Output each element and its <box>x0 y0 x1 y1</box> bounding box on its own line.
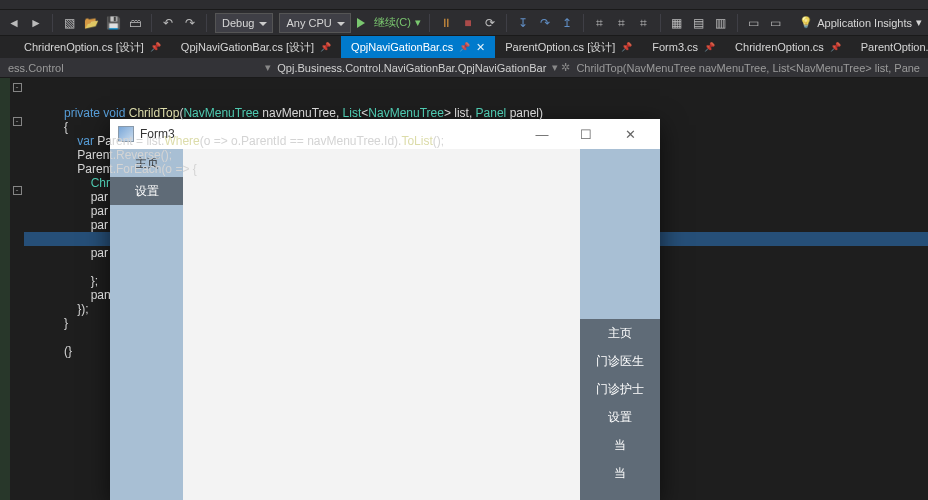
separator <box>660 14 661 32</box>
document-tab[interactable]: QpjNaviGationBar.cs [设计]📌 <box>171 36 341 58</box>
toolbar: ◄ ► ▧ 📂 💾 🗃 ↶ ↷ Debug Any CPU 继续(C) ▾ ⏸ … <box>0 10 928 36</box>
document-tabs: ChridrenOption.cs [设计]📌QpjNaviGationBar.… <box>0 36 928 58</box>
fold-gutter[interactable]: - - - <box>10 78 24 500</box>
close-icon[interactable]: ✕ <box>476 41 485 54</box>
step-out-icon[interactable]: ↥ <box>559 15 575 31</box>
misc-icon[interactable]: ▭ <box>768 15 784 31</box>
menu-bar[interactable] <box>0 0 928 10</box>
pin-icon[interactable]: 📌 <box>704 42 715 52</box>
document-tab[interactable]: QpjNaviGationBar.cs📌✕ <box>341 36 495 58</box>
save-icon[interactable]: 💾 <box>105 15 121 31</box>
separator <box>737 14 738 32</box>
pin-icon[interactable]: 📌 <box>150 42 161 52</box>
layout-icon[interactable]: ▦ <box>669 15 685 31</box>
step-over-icon[interactable]: ↷ <box>537 15 553 31</box>
tool-icon[interactable]: ⌗ <box>614 15 630 31</box>
stop-icon[interactable]: ■ <box>460 15 476 31</box>
continue-button[interactable]: 继续(C) ▾ <box>357 15 421 30</box>
pin-icon[interactable]: 📌 <box>621 42 632 52</box>
fold-toggle-icon[interactable]: - <box>13 186 22 195</box>
separator <box>429 14 430 32</box>
pin-icon[interactable]: 📌 <box>320 42 331 52</box>
pin-icon[interactable]: 📌 <box>459 42 470 52</box>
app-insights-button[interactable]: Application Insights ▾ <box>799 16 922 29</box>
document-tab[interactable]: Form3.cs📌 <box>642 36 725 58</box>
right-nav-item[interactable]: 当 <box>580 431 660 459</box>
pause-icon[interactable]: ⏸ <box>438 15 454 31</box>
crumb-method[interactable]: ChrildTop(NavMenuTree navMenuTree, List<… <box>576 62 920 74</box>
tool-icon[interactable]: ⌗ <box>636 15 652 31</box>
editor-margin <box>0 78 10 500</box>
redo-icon[interactable]: ↷ <box>182 15 198 31</box>
document-tab[interactable]: ChridrenOption.cs [设计]📌 <box>14 36 171 58</box>
open-icon[interactable]: 📂 <box>83 15 99 31</box>
continue-label: 继续(C) <box>374 15 411 30</box>
fold-toggle-icon[interactable]: - <box>13 117 22 126</box>
misc-icon[interactable]: ▭ <box>746 15 762 31</box>
right-nav-item[interactable]: 门诊护士 <box>580 375 660 403</box>
app-insights-label: Application Insights <box>817 17 912 29</box>
crumb-root[interactable]: ess.Control <box>8 62 64 74</box>
layout-icon[interactable]: ▤ <box>691 15 707 31</box>
save-all-icon[interactable]: 🗃 <box>127 15 143 31</box>
separator <box>583 14 584 32</box>
right-nav-item[interactable]: 设置 <box>580 403 660 431</box>
pin-icon[interactable]: 📌 <box>830 42 841 52</box>
separator <box>151 14 152 32</box>
navigation-bar: ess.Control ▾ Qpj.Business.Control.NaviG… <box>0 58 928 78</box>
layout-icon[interactable]: ▥ <box>713 15 729 31</box>
separator <box>506 14 507 32</box>
fold-toggle-icon[interactable]: - <box>13 83 22 92</box>
chevron-icon: ▾ <box>265 61 271 74</box>
restart-icon[interactable]: ⟳ <box>482 15 498 31</box>
chevron-icon: ▾ ✲ <box>552 61 570 74</box>
tool-icon[interactable]: ⌗ <box>592 15 608 31</box>
crumb-namespace[interactable]: Qpj.Business.Control.NaviGationBar.QpjNa… <box>277 62 546 74</box>
separator <box>52 14 53 32</box>
nav-fwd-icon[interactable]: ► <box>28 15 44 31</box>
undo-icon[interactable]: ↶ <box>160 15 176 31</box>
new-file-icon[interactable]: ▧ <box>61 15 77 31</box>
step-into-icon[interactable]: ↧ <box>515 15 531 31</box>
right-nav-item[interactable]: 当 <box>580 459 660 487</box>
separator <box>206 14 207 32</box>
document-tab[interactable]: ChridrenOption.cs📌 <box>725 36 851 58</box>
nav-back-icon[interactable]: ◄ <box>6 15 22 31</box>
document-tab[interactable]: ParentOption.cs [设计]📌 <box>495 36 642 58</box>
document-tab[interactable]: ParentOption.cs <box>851 36 928 58</box>
platform-combo[interactable]: Any CPU <box>279 13 350 33</box>
config-combo[interactable]: Debug <box>215 13 273 33</box>
